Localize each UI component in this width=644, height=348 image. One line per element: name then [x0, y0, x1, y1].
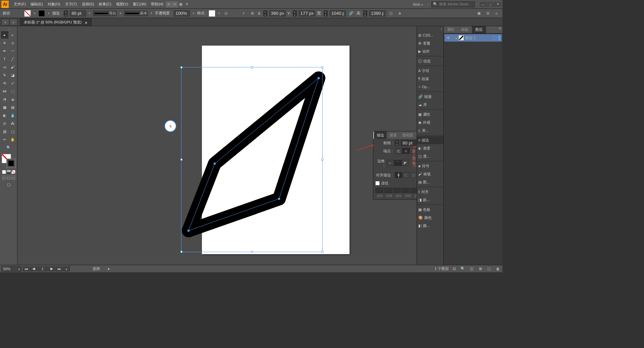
nav-next[interactable]: ▶	[48, 267, 55, 271]
bbox-handle-t[interactable]	[251, 66, 253, 68]
bbox-handle-br[interactable]	[321, 251, 323, 253]
menu-select[interactable]: 选择(S)	[79, 0, 97, 9]
panel-tab-layers[interactable]: 图层	[472, 26, 486, 33]
draw-normal[interactable]: ◻	[2, 175, 6, 179]
minimize-button[interactable]: —	[480, 2, 486, 7]
stroke-panel-tab-stroke[interactable]: 描边	[373, 131, 387, 139]
dock-path[interactable]: ◨ 路...	[417, 196, 443, 204]
type-tool[interactable]: T	[1, 55, 8, 63]
mesh-tool[interactable]: ▤	[9, 104, 16, 111]
dock-actions[interactable]: ▶ 动作	[417, 47, 443, 55]
nav-prev[interactable]: ◀	[30, 267, 37, 271]
w-input[interactable]	[330, 10, 346, 16]
brush-dd[interactable]	[150, 12, 153, 15]
recolor-icon[interactable]: ◎	[223, 10, 229, 17]
hand-tool[interactable]: ✋	[9, 136, 16, 143]
arrange-prev[interactable]: «	[1, 19, 9, 25]
bbox-handle-r[interactable]	[321, 159, 323, 161]
menu-window[interactable]: 窗口(W)	[130, 0, 149, 9]
join-miter[interactable]: ⌐	[387, 160, 394, 166]
arrange-next[interactable]: »	[9, 19, 17, 25]
width-profile[interactable]: 等比	[93, 11, 117, 16]
nav-first[interactable]: ⏮	[23, 267, 30, 271]
dash-1[interactable]	[375, 188, 383, 193]
stroke-dropdown[interactable]	[47, 12, 50, 15]
new-sublayer-icon[interactable]: ⊞	[477, 266, 484, 272]
shape-props-icon[interactable]: ◫	[387, 10, 394, 17]
artboard-tool[interactable]: ▢	[9, 128, 16, 135]
none-mode[interactable]	[11, 170, 15, 174]
gpu-icon[interactable]: ✈	[184, 1, 190, 7]
stock-icon[interactable]: St	[172, 1, 178, 7]
pen-tool[interactable]: ✒	[1, 47, 8, 55]
page-number[interactable]: 1	[38, 267, 48, 271]
opacity-input[interactable]	[174, 10, 190, 16]
link-wh-icon[interactable]: 🔗	[348, 10, 355, 17]
opacity-dd[interactable]	[192, 12, 195, 15]
stroke-panel-tab-transparency[interactable]: 透明度	[399, 131, 416, 139]
dock-color[interactable]: 🎨 颜色	[417, 214, 443, 222]
canvas[interactable]: 🦌 描边 渐变 透明度 » | ≡ 粗细 : ▴▾ 端点 :	[17, 26, 417, 265]
new-layer-icon[interactable]: ▢	[486, 266, 492, 272]
status-expand[interactable]: ▸	[108, 267, 110, 271]
x-stepper[interactable]: ▴▾	[263, 10, 267, 16]
zoom-tool[interactable]: 🔍	[5, 144, 12, 151]
edit-icon[interactable]: ⊟	[484, 10, 491, 17]
bbox-handle-tr[interactable]	[321, 66, 323, 68]
dock-css[interactable]: ⊞ CSS...	[417, 31, 443, 39]
gradient-tool[interactable]: ◐	[1, 112, 8, 119]
transform-icon[interactable]: ⊞	[249, 10, 256, 17]
color-mode[interactable]	[2, 170, 6, 174]
dash-3[interactable]	[410, 188, 417, 193]
tab-close-icon[interactable]: ✕	[85, 21, 88, 24]
lasso-tool[interactable]: ⊃	[9, 39, 16, 47]
curvature-tool[interactable]: 〰	[9, 47, 16, 55]
dock-vars[interactable]: ⚙ 变量	[417, 39, 443, 47]
dock-swatch[interactable]: ▦ 色板	[417, 206, 443, 214]
document-tab[interactable]: 未标题-1* @ 50% (RGB/GPU 预览) ✕	[20, 18, 92, 26]
dock-lib[interactable]: ☁ 库	[417, 101, 443, 109]
dash-2[interactable]	[393, 188, 401, 193]
search-stock[interactable]: 🔍 搜索 Adobe Stock	[431, 1, 475, 7]
selection-tool[interactable]: ▸	[1, 31, 8, 39]
dock-info[interactable]: ⓘ 信息	[417, 57, 443, 65]
stroke-panel-tab-gradient[interactable]: 渐变	[387, 131, 399, 139]
symbol-sprayer-tool[interactable]: ⁂	[9, 120, 16, 127]
align-outside[interactable]: ⊐	[410, 172, 417, 178]
visibility-toggle[interactable]: 👁	[446, 36, 450, 40]
line-tool[interactable]: ╱	[9, 55, 16, 63]
dock-cguide[interactable]: ◧ 颜...	[417, 222, 443, 230]
align-icon[interactable]: ⫴	[240, 10, 247, 17]
live-paint-tool[interactable]: ⬙	[9, 96, 16, 103]
dashed-checkbox[interactable]: 虚线	[375, 181, 388, 186]
layer-name[interactable]: 图层 1	[465, 36, 476, 41]
dock-assets[interactable]: ⎌ 资...	[417, 126, 443, 134]
stroke-weight-stepper[interactable]: ▴▾	[64, 10, 68, 16]
dock-links[interactable]: 🔗 链接	[417, 93, 443, 101]
shape-builder-tool[interactable]: ◔	[1, 96, 8, 103]
panel-tab-properties[interactable]: 属性	[444, 26, 458, 33]
menu-object[interactable]: 对象(O)	[45, 0, 63, 9]
width-tool[interactable]: ⋈	[1, 88, 8, 95]
stroke-color[interactable]	[6, 159, 16, 168]
make-clip-icon[interactable]: ◫	[468, 266, 475, 272]
width-profile-dd[interactable]	[119, 12, 122, 15]
toolbox-collapse[interactable]: «	[1, 27, 16, 31]
style-swatch[interactable]	[209, 10, 215, 17]
arrange-docs-icon[interactable]: ▦	[178, 1, 184, 7]
dock-stroke[interactable]: ≡ 描边	[417, 136, 443, 144]
eyedropper-tool[interactable]: 💧	[9, 112, 16, 119]
fill-dropdown[interactable]	[33, 12, 36, 15]
dock-graph[interactable]: ▤ 图...	[417, 178, 443, 186]
stroke-weight-input[interactable]	[70, 10, 86, 16]
gradient-mode[interactable]	[7, 170, 11, 174]
gap-1[interactable]	[384, 188, 392, 193]
menu-type[interactable]: 文字(T)	[63, 0, 79, 9]
dock-brush[interactable]: 🖌 画笔	[417, 170, 443, 178]
eraser-tool[interactable]: ◪	[9, 71, 16, 79]
y-input[interactable]	[299, 10, 315, 16]
panel-menu[interactable]: ≡	[498, 26, 502, 33]
panel-menu-icon[interactable]: ≡	[493, 10, 500, 17]
draw-behind[interactable]: ◻	[7, 175, 11, 179]
fill-stroke-control[interactable]	[2, 154, 16, 168]
